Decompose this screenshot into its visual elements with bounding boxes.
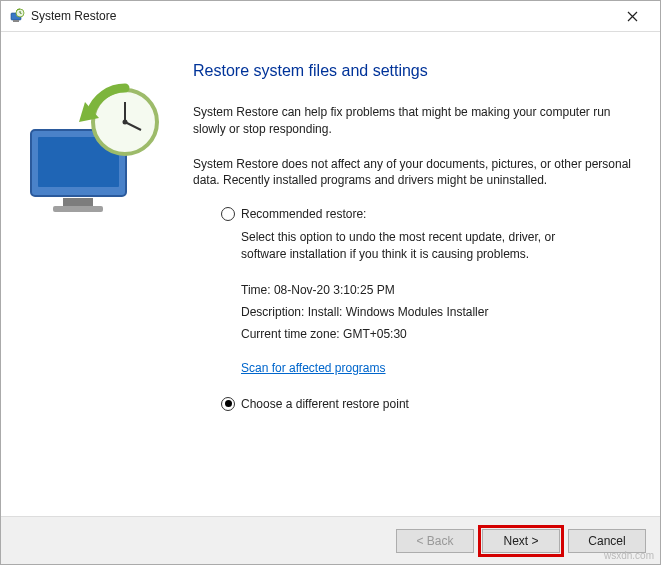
desc-value: Install: Windows Modules Installer [308,305,489,319]
cancel-button[interactable]: Cancel [568,529,646,553]
desc-label: Description: [241,305,304,319]
tz-label: Current time zone: [241,327,340,341]
title-bar: System Restore [1,1,660,32]
system-restore-icon [9,8,25,24]
page-heading: Restore system files and settings [193,62,642,80]
detail-timezone: Current time zone: GMT+05:30 [241,327,642,341]
tz-value: GMT+05:30 [343,327,407,341]
svg-rect-6 [53,206,103,212]
close-button[interactable] [612,1,652,31]
scan-affected-link[interactable]: Scan for affected programs [241,361,386,375]
svg-rect-1 [13,20,19,22]
next-button[interactable]: Next > [482,529,560,553]
svg-rect-5 [63,198,93,206]
radio-recommended[interactable] [221,207,235,221]
radio-different-row[interactable]: Choose a different restore point [221,397,642,411]
illustration-column [13,52,193,506]
content-area: Restore system files and settings System… [1,32,660,516]
restore-illustration [13,82,178,217]
option-recommended: Recommended restore: [221,207,642,221]
main-column: Restore system files and settings System… [193,52,642,506]
detail-description: Description: Install: Windows Modules In… [241,305,642,319]
time-label: Time: [241,283,271,297]
radio-recommended-row[interactable]: Recommended restore: [221,207,642,221]
intro-paragraph-2: System Restore does not affect any of yo… [193,156,642,190]
back-button: < Back [396,529,474,553]
detail-time: Time: 08-Nov-20 3:10:25 PM [241,283,642,297]
recommended-description: Select this option to undo the most rece… [241,229,601,263]
window-title: System Restore [31,9,612,23]
radio-different-label: Choose a different restore point [241,397,409,411]
button-bar: < Back Next > Cancel [1,516,660,564]
radio-recommended-label: Recommended restore: [241,207,366,221]
option-different: Choose a different restore point [221,397,642,411]
radio-different[interactable] [221,397,235,411]
intro-paragraph-1: System Restore can help fix problems tha… [193,104,642,138]
time-value: 08-Nov-20 3:10:25 PM [274,283,395,297]
